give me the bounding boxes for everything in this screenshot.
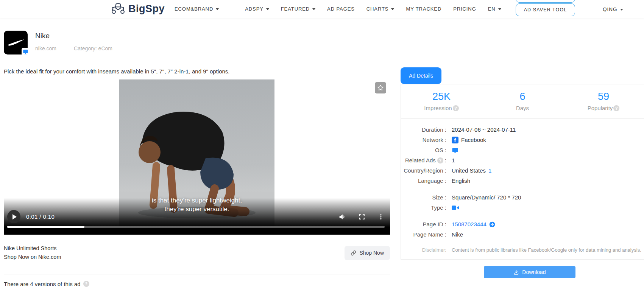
row-page-id: Page ID : 15087023444 bbox=[401, 219, 644, 229]
ad-footer: Nike Unlimited Shorts Shop Now on Nike.c… bbox=[4, 244, 390, 262]
video-progress-bar[interactable] bbox=[7, 226, 385, 228]
chevron-down-icon bbox=[312, 8, 315, 10]
ad-link-text: Shop Now on Nike.com bbox=[4, 253, 61, 262]
question-mark-icon[interactable] bbox=[453, 105, 459, 111]
chevron-down-icon bbox=[498, 8, 501, 10]
ad-title: Nike Unlimited Shorts bbox=[4, 244, 61, 253]
ad-details-panel: Ad Details 25K Impression 6 Days 59 Popu… bbox=[401, 67, 644, 278]
user-account-menu[interactable]: QING bbox=[603, 0, 623, 18]
bigspy-logo-text: BigSpy bbox=[128, 3, 165, 15]
row-related-ads: Related Ads : 1 bbox=[401, 155, 644, 165]
top-navigation: BigSpy ECOM&BRAND ADSPY FEATURED AD PAGE… bbox=[0, 0, 644, 18]
nav-item-featured[interactable]: FEATURED bbox=[281, 6, 315, 12]
ad-stats: 25K Impression 6 Days 59 Popularity bbox=[401, 84, 644, 119]
bigspy-logo[interactable]: BigSpy bbox=[111, 2, 165, 16]
nike-swoosh-icon bbox=[7, 39, 25, 47]
bigspy-spy-icon bbox=[111, 2, 126, 16]
versions-note: There are 4 versions of this ad bbox=[4, 281, 390, 287]
favorite-star-button[interactable] bbox=[375, 82, 386, 93]
chevron-down-icon bbox=[620, 9, 623, 11]
clipped-top-button[interactable] bbox=[516, 0, 575, 3]
advertiser-info: Nike nike.com Category: eCom bbox=[35, 31, 112, 54]
question-mark-icon[interactable] bbox=[437, 157, 443, 163]
play-icon bbox=[12, 214, 17, 220]
advertiser-logo[interactable] bbox=[4, 31, 28, 54]
row-network: Network : Facebook bbox=[401, 135, 644, 145]
video-progress-fill bbox=[7, 226, 84, 228]
facebook-icon bbox=[452, 137, 458, 143]
question-mark-icon[interactable] bbox=[83, 281, 89, 287]
row-country: Country/Region : United States 1 bbox=[401, 165, 644, 176]
play-button[interactable] bbox=[7, 210, 20, 223]
download-icon bbox=[513, 269, 519, 275]
chevron-down-icon bbox=[391, 8, 394, 10]
main-nav: ECOM&BRAND ADSPY FEATURED AD PAGES CHART… bbox=[175, 5, 501, 13]
advertiser-category: Category: eCom bbox=[74, 45, 112, 51]
nav-item-ecom-brand[interactable]: ECOM&BRAND bbox=[175, 6, 219, 12]
stat-days: 6 Days bbox=[482, 84, 563, 118]
video-controls: 0:01 / 0:10 bbox=[7, 210, 385, 223]
advertiser-header: Nike nike.com Category: eCom bbox=[4, 31, 390, 54]
row-type: Type : bbox=[401, 202, 644, 213]
row-page-name: Page Name : Nike bbox=[401, 229, 644, 240]
country-count-link[interactable]: 1 bbox=[488, 167, 491, 174]
stat-popularity: 59 Popularity bbox=[563, 84, 644, 118]
nav-item-adspy[interactable]: ADSPY bbox=[245, 6, 269, 12]
row-duration: Duration : 2024-07-06 ~ 2024-07-11 bbox=[401, 125, 644, 135]
disclaimer: Disclaimer: Content is from public libra… bbox=[401, 247, 644, 259]
fullscreen-button[interactable] bbox=[357, 212, 366, 221]
shop-now-button[interactable]: Shop Now bbox=[345, 246, 390, 260]
kebab-menu-icon bbox=[377, 213, 384, 220]
advertiser-name: Nike bbox=[35, 32, 112, 40]
video-camera-icon bbox=[452, 205, 459, 211]
volume-button[interactable] bbox=[338, 212, 347, 221]
row-language: Language : English bbox=[401, 176, 644, 186]
ad-media: is that they’re super lightweight, they’… bbox=[4, 79, 390, 235]
nav-item-charts[interactable]: CHARTS bbox=[366, 6, 395, 12]
row-os: OS : bbox=[401, 145, 644, 155]
nav-item-pricing[interactable]: PRICING bbox=[453, 6, 476, 12]
chevron-down-icon bbox=[216, 8, 219, 10]
desktop-monitor-icon bbox=[452, 147, 458, 154]
chevron-down-icon bbox=[266, 8, 269, 10]
advertiser-domain: nike.com bbox=[35, 45, 56, 51]
arrow-right-circle-icon[interactable] bbox=[489, 221, 495, 227]
desktop-monitor-icon bbox=[22, 48, 30, 56]
ad-body-text: Pick the ideal fit for your comfort with… bbox=[4, 68, 390, 75]
nav-item-language[interactable]: EN bbox=[488, 6, 501, 12]
nav-item-ad-pages[interactable]: AD PAGES bbox=[327, 6, 355, 12]
more-options-button[interactable] bbox=[376, 212, 385, 221]
nav-divider bbox=[232, 5, 232, 13]
page-id-link[interactable]: 15087023444 bbox=[452, 221, 487, 227]
download-button[interactable]: Download bbox=[484, 266, 575, 278]
tab-ad-details[interactable]: Ad Details bbox=[401, 67, 441, 84]
question-mark-icon[interactable] bbox=[613, 105, 619, 111]
link-icon bbox=[351, 250, 356, 256]
row-size: Size : Square/Dynamic/ 720 * 720 bbox=[401, 192, 644, 202]
stat-impression: 25K Impression bbox=[401, 84, 482, 118]
star-icon bbox=[377, 84, 384, 92]
fullscreen-icon bbox=[358, 213, 365, 220]
nav-item-my-tracked[interactable]: MY TRACKED bbox=[406, 6, 441, 12]
ad-detail-main: Nike nike.com Category: eCom Pick the id… bbox=[4, 18, 390, 287]
ad-saver-tool-button[interactable]: AD SAVER TOOL bbox=[516, 3, 575, 16]
section-divider bbox=[4, 274, 390, 274]
speaker-icon bbox=[338, 213, 346, 221]
video-timestamp: 0:01 / 0:10 bbox=[26, 213, 55, 220]
